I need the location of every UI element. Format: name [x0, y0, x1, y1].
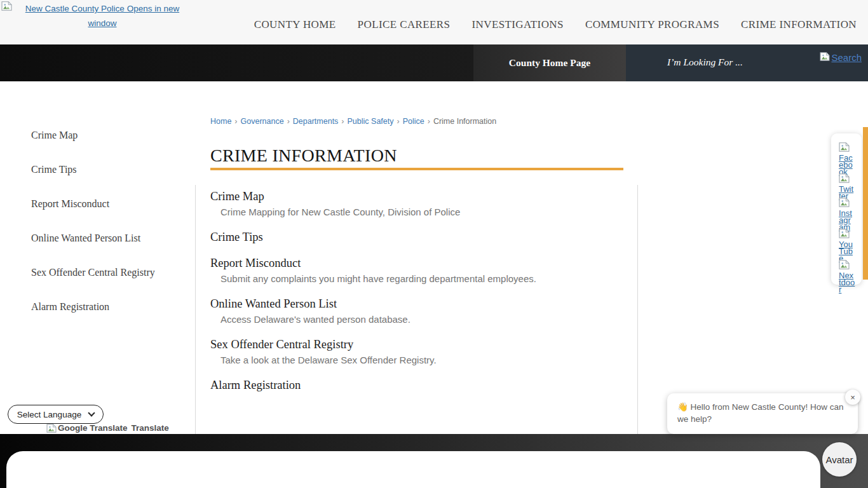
page: New Castle County Police Opens in new wi…: [0, 0, 868, 488]
section-desc-crime-map: Crime Mapping for New Castle County, Div…: [210, 205, 623, 219]
youtube-label: YouTube: [839, 241, 855, 262]
content-area: Crime Map Crime Tips Report Misconduct O…: [0, 81, 868, 434]
section-online-wanted-person-list: Online Wanted Person List Access Delawar…: [210, 295, 623, 327]
section-link-crime-map[interactable]: Crime Map: [210, 188, 623, 205]
nextdoor-link[interactable]: Nextdoor: [839, 260, 862, 293]
search-label: Search: [831, 52, 862, 63]
page-scrollbar[interactable]: [863, 127, 868, 280]
nextdoor-icon: [839, 260, 850, 269]
utility-bar-spacer: [0, 44, 473, 81]
sidebar-item-crime-map[interactable]: Crime Map: [31, 128, 184, 142]
nav-crime-information[interactable]: CRIME INFORMATION: [741, 18, 857, 31]
sidebar-item-report-misconduct[interactable]: Report Misconduct: [31, 196, 184, 211]
page-title: CRIME INFORMATION: [210, 145, 623, 166]
youtube-link[interactable]: YouTube: [839, 229, 862, 262]
avatar[interactable]: Avatar: [822, 442, 857, 477]
site-logo-link[interactable]: New Castle County Police Opens in new wi…: [25, 4, 179, 28]
county-home-page-label: County Home Page: [509, 57, 590, 69]
im-looking-for-menu[interactable]: I’m Looking For ...: [667, 57, 743, 68]
chat-footer-bar: Avatar: [0, 434, 868, 488]
breadcrumb-police[interactable]: Police: [403, 117, 424, 126]
chat-close-button[interactable]: ×: [845, 390, 860, 405]
breadcrumb-home[interactable]: Home: [210, 117, 231, 126]
title-underline: [210, 168, 623, 170]
nextdoor-label: Nextdoor: [839, 272, 855, 293]
section-desc-online-wanted-person-list: Access Delaware's wanted person database…: [210, 313, 623, 327]
section-crime-tips: Crime Tips: [210, 229, 623, 245]
section-crime-map: Crime Map Crime Mapping for New Castle C…: [210, 188, 623, 219]
main-column: Home›Governance›Departments›Public Safet…: [210, 117, 623, 403]
section-desc-sex-offender-central-registry: Take a look at the Delaware Sex Offender…: [210, 353, 623, 367]
breadcrumb-separator: ›: [287, 117, 290, 126]
section-alarm-registration: Alarm Registration: [210, 377, 623, 393]
twitter-icon: [839, 173, 850, 183]
section-link-alarm-registration[interactable]: Alarm Registration: [210, 377, 623, 393]
breadcrumb-separator: ›: [341, 117, 344, 126]
instagram-link[interactable]: Instagram: [839, 198, 862, 231]
section-link-crime-tips[interactable]: Crime Tips: [210, 229, 623, 245]
nav-investigations[interactable]: INVESTIGATIONS: [471, 18, 563, 31]
breadcrumb: Home›Governance›Departments›Public Safet…: [210, 117, 623, 126]
section-sex-offender-central-registry: Sex Offender Central Registry Take a loo…: [210, 336, 623, 367]
section-link-sex-offender-central-registry[interactable]: Sex Offender Central Registry: [210, 336, 623, 353]
sidebar-item-crime-tips[interactable]: Crime Tips: [31, 162, 184, 177]
section-link-report-misconduct[interactable]: Report Misconduct: [210, 255, 623, 271]
language-select-label: Select Language: [17, 410, 81, 419]
instagram-icon: [839, 198, 850, 207]
utility-bar: County Home Page I’m Looking For ... Sea…: [0, 44, 868, 81]
breadcrumb-separator: ›: [397, 117, 400, 126]
site-header: New Castle County Police Opens in new wi…: [0, 0, 868, 44]
google-translate-label: Google Translate: [58, 423, 128, 433]
language-select[interactable]: Select Language: [8, 405, 104, 424]
translate-link[interactable]: Translate: [132, 423, 169, 433]
sidebar-item-online-wanted-person-list[interactable]: Online Wanted Person List: [31, 231, 184, 245]
facebook-link[interactable]: Facebook: [839, 142, 862, 175]
nav-county-home[interactable]: COUNTY HOME: [254, 18, 336, 31]
search-icon: [820, 52, 830, 61]
main-navigation: COUNTY HOME POLICE CAREERS INVESTIGATION…: [254, 18, 857, 31]
section-list: Crime Map Crime Mapping for New Castle C…: [210, 188, 623, 393]
google-translate-icon: [46, 424, 57, 433]
chat-greeting-bubble: 👋 Hello from New Castle County! How can …: [667, 393, 858, 434]
nav-community-programs[interactable]: COMMUNITY PROGRAMS: [585, 18, 719, 31]
breadcrumb-governance[interactable]: Governance: [241, 117, 284, 126]
facebook-label: Facebook: [839, 154, 855, 175]
breadcrumb-public-safety[interactable]: Public Safety: [348, 117, 394, 126]
youtube-icon: [839, 229, 850, 238]
nav-police-careers[interactable]: POLICE CAREERS: [358, 18, 451, 31]
section-desc-report-misconduct: Submit any complaints you might have reg…: [210, 272, 623, 286]
twitter-link[interactable]: Twitter: [839, 173, 862, 200]
utility-bar-right: I’m Looking For ... Search: [626, 44, 868, 81]
close-icon: ×: [850, 393, 855, 402]
county-home-page-link[interactable]: County Home Page: [473, 44, 626, 81]
social-media-panel: Facebook Twitter Instagram YouTube Nextd…: [831, 133, 862, 285]
breadcrumb-current: Crime Information: [433, 117, 496, 126]
search-link[interactable]: Search: [820, 52, 862, 63]
avatar-label: Avatar: [825, 454, 853, 465]
breadcrumb-departments[interactable]: Departments: [293, 117, 339, 126]
sidebar-item-alarm-registration[interactable]: Alarm Registration: [31, 299, 184, 314]
left-sidebar: Crime Map Crime Tips Report Misconduct O…: [31, 128, 184, 334]
instagram-label: Instagram: [839, 210, 855, 231]
sidebar-item-sex-offender-central-registry[interactable]: Sex Offender Central Registry: [31, 265, 184, 280]
section-link-online-wanted-person-list[interactable]: Online Wanted Person List: [210, 295, 623, 312]
chevron-down-icon: [88, 409, 95, 416]
google-translate-attribution: Google Translate Translate: [46, 423, 169, 433]
facebook-icon: [839, 142, 850, 152]
chat-greeting-text: 👋 Hello from New Castle County! How can …: [677, 402, 848, 426]
breadcrumb-separator: ›: [428, 117, 430, 126]
section-report-misconduct: Report Misconduct Submit any complaints …: [210, 255, 623, 286]
broken-image-icon: [1, 1, 12, 11]
chat-input[interactable]: [6, 451, 820, 488]
breadcrumb-separator: ›: [234, 117, 237, 126]
